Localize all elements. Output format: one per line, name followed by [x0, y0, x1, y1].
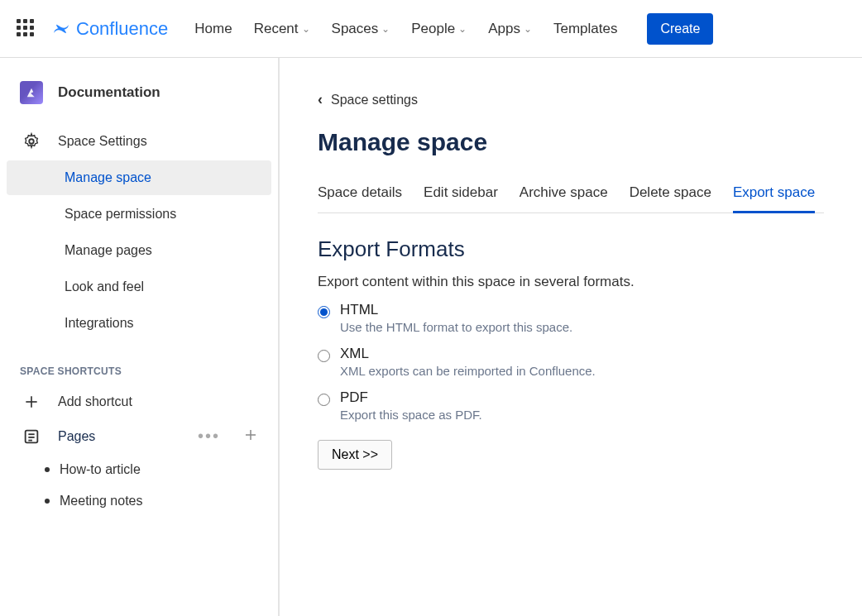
radio-html-desc: Use the HTML format to export this space…: [340, 320, 824, 334]
nav-spaces[interactable]: Spaces⌄: [332, 21, 390, 37]
page-item-howto[interactable]: How-to article: [0, 454, 278, 485]
nav-people[interactable]: People⌄: [411, 21, 467, 37]
main-content: ‹ Space settings Manage space Space deta…: [280, 58, 862, 616]
sidebar-item-manage-pages[interactable]: Manage pages: [7, 233, 271, 268]
section-desc: Export content within this space in seve…: [318, 274, 824, 290]
confluence-icon: [51, 19, 71, 39]
format-option-xml[interactable]: XML: [318, 346, 824, 362]
section-title: Export Formats: [318, 236, 824, 262]
page-title: Manage space: [318, 128, 824, 156]
top-nav: Confluence Home Recent⌄ Spaces⌄ People⌄ …: [0, 0, 862, 58]
chevron-down-icon: ⌄: [302, 23, 310, 35]
page-item-meeting-notes[interactable]: Meeting notes: [0, 485, 278, 517]
bullet-icon: [45, 467, 50, 472]
svg-point-0: [29, 139, 34, 144]
tabs: Space details Edit sidebar Archive space…: [318, 179, 824, 213]
sidebar: Documentation Space Settings Manage spac…: [0, 58, 280, 616]
nav-home[interactable]: Home: [194, 21, 232, 37]
chevron-down-icon: ⌄: [381, 23, 390, 35]
sidebar-item-integrations[interactable]: Integrations: [7, 306, 271, 341]
radio-html-label: HTML: [340, 302, 378, 318]
sidebar-pages-label: Pages: [58, 429, 183, 444]
sidebar-item-manage-space[interactable]: Manage space: [7, 160, 271, 195]
tab-delete-space[interactable]: Delete space: [630, 179, 711, 212]
radio-xml[interactable]: [318, 350, 330, 362]
next-button[interactable]: Next >>: [318, 440, 392, 470]
brand-logo[interactable]: Confluence: [51, 18, 168, 40]
radio-pdf[interactable]: [318, 394, 330, 406]
sidebar-space-settings[interactable]: Space Settings: [0, 124, 278, 159]
nav-recent[interactable]: Recent⌄: [254, 21, 310, 37]
brand-text: Confluence: [76, 18, 168, 40]
space-name: Documentation: [58, 84, 160, 101]
tab-export-space[interactable]: Export space: [733, 179, 815, 213]
plus-icon: [20, 394, 43, 410]
gear-icon: [20, 132, 43, 150]
sidebar-add-shortcut[interactable]: Add shortcut: [0, 385, 278, 418]
radio-xml-desc: XML exports can be reimported in Conflue…: [340, 364, 824, 378]
chevron-down-icon: ⌄: [458, 23, 467, 35]
sidebar-add-shortcut-label: Add shortcut: [58, 394, 132, 409]
breadcrumb[interactable]: ‹ Space settings: [318, 91, 824, 108]
sidebar-space-settings-label: Space Settings: [58, 134, 147, 149]
radio-xml-label: XML: [340, 346, 369, 362]
sidebar-item-space-permissions[interactable]: Space permissions: [7, 197, 271, 232]
nav-templates[interactable]: Templates: [553, 21, 617, 37]
radio-pdf-label: PDF: [340, 389, 368, 406]
tab-archive-space[interactable]: Archive space: [520, 179, 608, 212]
radio-html[interactable]: [318, 306, 330, 318]
bullet-icon: [45, 499, 50, 504]
sidebar-pages-row[interactable]: Pages •••: [0, 418, 278, 454]
format-option-pdf[interactable]: PDF: [318, 389, 824, 406]
format-option-html[interactable]: HTML: [318, 302, 824, 318]
space-logo-icon: [20, 81, 43, 104]
radio-pdf-desc: Export this space as PDF.: [340, 408, 824, 422]
chevron-left-icon: ‹: [318, 91, 323, 108]
more-icon[interactable]: •••: [198, 427, 220, 446]
add-page-icon[interactable]: [243, 427, 258, 445]
breadcrumb-label: Space settings: [331, 93, 418, 107]
chevron-down-icon: ⌄: [524, 23, 532, 35]
app-switcher-icon[interactable]: [17, 19, 36, 39]
sidebar-item-look-and-feel[interactable]: Look and feel: [7, 270, 271, 304]
tab-edit-sidebar[interactable]: Edit sidebar: [424, 179, 498, 212]
tab-space-details[interactable]: Space details: [318, 179, 402, 212]
nav-links: Home Recent⌄ Spaces⌄ People⌄ Apps⌄ Templ…: [194, 21, 617, 37]
page-list-icon: [20, 427, 43, 446]
create-button[interactable]: Create: [647, 13, 713, 45]
sidebar-shortcuts-heading: SPACE SHORTCUTS: [0, 342, 278, 385]
space-header[interactable]: Documentation: [0, 81, 278, 124]
nav-apps[interactable]: Apps⌄: [488, 21, 532, 37]
